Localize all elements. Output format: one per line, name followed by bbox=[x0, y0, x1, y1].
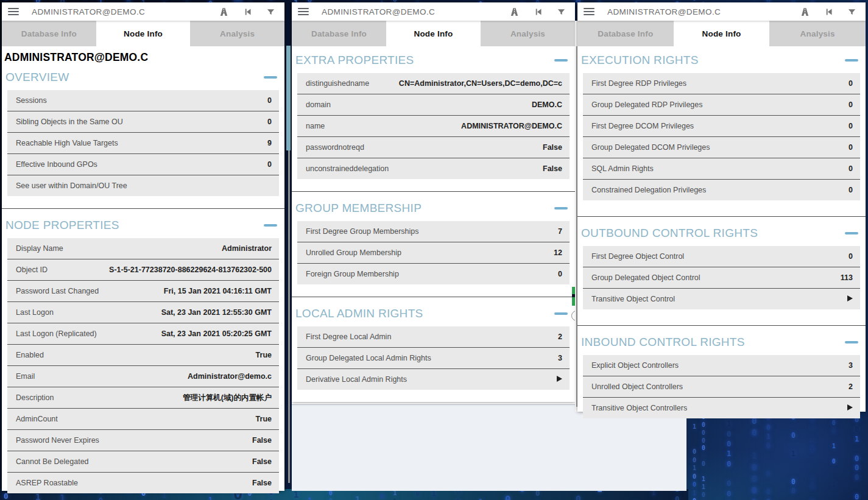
info-row[interactable]: unconstraineddelegationFalse bbox=[297, 158, 570, 179]
info-row[interactable]: ASREP RoastableFalse bbox=[7, 473, 279, 493]
tab-node-info[interactable]: Node Info bbox=[674, 21, 770, 46]
search-node-title[interactable]: ADMINISTRATOR@DEMO.C bbox=[322, 7, 509, 16]
info-row[interactable]: EmailAdministrator@demo.c bbox=[7, 366, 279, 387]
collapse-icon[interactable] bbox=[264, 224, 277, 227]
info-row[interactable]: Foreign Group Membership0 bbox=[297, 264, 570, 284]
info-row[interactable]: Explicit Object Controllers3 bbox=[583, 355, 860, 376]
collapse-icon[interactable] bbox=[845, 341, 858, 343]
info-row[interactable]: Sessions0 bbox=[7, 90, 279, 111]
tab-database-info[interactable]: Database Info bbox=[577, 21, 674, 46]
expand-arrow-icon[interactable] bbox=[847, 404, 853, 410]
section-group-membership: GROUP MEMBERSHIP First Degree Group Memb… bbox=[292, 191, 575, 297]
section-outbound-control-rights: OUTBOUND CONTROL RIGHTS First Degree Obj… bbox=[577, 216, 866, 325]
info-row[interactable]: First Degree RDP Privileges0 bbox=[583, 73, 860, 94]
back-icon[interactable] bbox=[824, 7, 833, 16]
section-extra-properties: EXTRA PROPERTIES distinguishednameCN=Adm… bbox=[292, 46, 575, 191]
expand-arrow-icon[interactable] bbox=[847, 295, 853, 301]
info-row[interactable]: Unrolled Object Controllers2 bbox=[583, 376, 860, 398]
info-row[interactable]: Group Delegated Object Control113 bbox=[583, 267, 860, 289]
filter-icon[interactable] bbox=[847, 7, 856, 16]
node-info-content: EXTRA PROPERTIES distinguishednameCN=Adm… bbox=[292, 46, 575, 402]
info-row[interactable]: domainDEMO.C bbox=[297, 94, 570, 116]
info-row[interactable]: Password Never ExpiresFalse bbox=[7, 430, 279, 451]
tab-analysis[interactable]: Analysis bbox=[481, 21, 575, 46]
section-inbound-control-rights: INBOUND CONTROL RIGHTS Explicit Object C… bbox=[577, 325, 866, 434]
info-row[interactable]: Unrolled Group Membership12 bbox=[297, 242, 570, 264]
info-row[interactable]: First Degree DCOM Privileges0 bbox=[583, 116, 860, 137]
collapse-icon[interactable] bbox=[554, 59, 568, 62]
collapse-icon[interactable] bbox=[845, 232, 858, 234]
info-row[interactable]: First Degree Object Control0 bbox=[583, 246, 860, 267]
tab-node-info[interactable]: Node Info bbox=[96, 21, 191, 46]
section-overview: OVERVIEW Sessions0 Sibling Objects in th… bbox=[2, 63, 284, 208]
back-icon[interactable] bbox=[243, 7, 252, 16]
info-row[interactable]: distinguishednameCN=Administrator,CN=Use… bbox=[297, 73, 570, 94]
info-row[interactable]: Cannot Be DelegatedFalse bbox=[7, 451, 279, 473]
pathfinding-icon[interactable] bbox=[509, 7, 520, 17]
section-title: OVERVIEW bbox=[5, 71, 69, 84]
tab-analysis[interactable]: Analysis bbox=[769, 21, 866, 46]
collapse-icon[interactable] bbox=[845, 59, 858, 62]
bloodhound-window-3: ADMINISTRATOR@DEMO.C Database Info Node … bbox=[577, 2, 866, 412]
tab-database-info[interactable]: Database Info bbox=[292, 21, 386, 46]
pathfinding-icon[interactable] bbox=[219, 7, 229, 17]
scrollbar-track[interactable] bbox=[288, 150, 290, 483]
section-title: INBOUND CONTROL RIGHTS bbox=[581, 336, 745, 349]
info-row[interactable]: First Degree Group Memberships7 bbox=[297, 221, 570, 242]
info-row[interactable]: Password Last ChangedFri, 15 Jan 2021 04… bbox=[7, 281, 279, 302]
section-title: LOCAL ADMIN RIGHTS bbox=[295, 307, 423, 320]
info-row[interactable]: Sibling Objects in the Same OU0 bbox=[7, 111, 279, 133]
info-row[interactable]: Last LogonSat, 23 Jan 2021 12:55:30 GMT bbox=[7, 302, 279, 323]
info-row[interactable]: Constrained Delegation Privileges0 bbox=[583, 180, 860, 200]
info-row[interactable]: Transitive Object Control bbox=[583, 289, 860, 309]
section-title: GROUP MEMBERSHIP bbox=[295, 202, 422, 215]
tab-analysis[interactable]: Analysis bbox=[190, 21, 284, 46]
info-row[interactable]: Object IDS-1-5-21-77238720-886229624-813… bbox=[7, 259, 279, 281]
node-info-content: ADMINISTRATOR@DEMO.C OVERVIEW Sessions0 … bbox=[2, 51, 284, 500]
search-node-title[interactable]: ADMINISTRATOR@DEMO.C bbox=[32, 7, 219, 16]
tab-node-info[interactable]: Node Info bbox=[386, 21, 481, 46]
window-titlebar: ADMINISTRATOR@DEMO.C bbox=[292, 2, 575, 21]
info-row[interactable]: Group Delegated DCOM Privileges0 bbox=[583, 137, 860, 158]
tab-bar: Database Info Node Info Analysis bbox=[2, 21, 284, 46]
info-row[interactable]: Effective Inbound GPOs0 bbox=[7, 154, 279, 175]
section-local-admin-rights: LOCAL ADMIN RIGHTS First Degree Local Ad… bbox=[292, 297, 575, 402]
bloodhound-window-2: ADMINISTRATOR@DEMO.C Database Info Node … bbox=[292, 2, 575, 402]
collapse-icon[interactable] bbox=[264, 76, 277, 79]
titlebar-actions bbox=[219, 7, 275, 17]
section-execution-rights: EXECUTION RIGHTS First Degree RDP Privil… bbox=[577, 46, 866, 216]
info-row[interactable]: SQL Admin Rights0 bbox=[583, 158, 860, 180]
filter-icon[interactable] bbox=[557, 7, 566, 16]
info-row[interactable]: Display NameAdministrator bbox=[7, 238, 279, 259]
info-row[interactable]: EnabledTrue bbox=[7, 345, 279, 366]
titlebar-actions bbox=[509, 7, 566, 17]
collapse-icon[interactable] bbox=[554, 312, 568, 315]
info-row[interactable]: Reachable High Value Targets9 bbox=[7, 133, 279, 154]
filter-icon[interactable] bbox=[266, 7, 275, 16]
info-row[interactable]: Transitive Object Controllers bbox=[583, 398, 860, 418]
info-row[interactable]: passwordnotreqdFalse bbox=[297, 137, 570, 158]
tab-database-info[interactable]: Database Info bbox=[2, 21, 96, 46]
info-row[interactable]: AdminCountTrue bbox=[7, 409, 279, 430]
info-row[interactable]: Last Logon (Replicated)Sat, 23 Jan 2021 … bbox=[7, 323, 279, 345]
info-row[interactable]: Group Delegated Local Admin Rights3 bbox=[297, 348, 570, 369]
section-title: EXECUTION RIGHTS bbox=[581, 54, 699, 67]
scrollbar-thumb[interactable] bbox=[286, 46, 291, 150]
menu-icon[interactable] bbox=[298, 8, 309, 15]
info-row[interactable]: Group Delegated RDP Privileges0 bbox=[583, 94, 860, 116]
info-row[interactable]: Derivative Local Admin Rights bbox=[297, 369, 570, 390]
info-row[interactable]: First Degree Local Admin2 bbox=[297, 326, 570, 348]
section-title: NODE PROPERTIES bbox=[5, 219, 119, 232]
pathfinding-icon[interactable] bbox=[800, 7, 810, 17]
section-title: EXTRA PROPERTIES bbox=[295, 54, 414, 67]
search-node-title[interactable]: ADMINISTRATOR@DEMO.C bbox=[607, 7, 800, 16]
info-row[interactable]: Description管理计算机(域)的内置帐户 bbox=[7, 387, 279, 409]
back-icon[interactable] bbox=[534, 7, 543, 16]
info-row[interactable]: nameADMINISTRATOR@DEMO.C bbox=[297, 116, 570, 137]
menu-icon[interactable] bbox=[584, 8, 595, 15]
menu-icon[interactable] bbox=[8, 8, 19, 15]
window-titlebar: ADMINISTRATOR@DEMO.C bbox=[2, 2, 284, 21]
info-row[interactable]: See user within Domain/OU Tree bbox=[7, 175, 279, 196]
collapse-icon[interactable] bbox=[554, 207, 568, 210]
expand-arrow-icon[interactable] bbox=[557, 376, 562, 382]
